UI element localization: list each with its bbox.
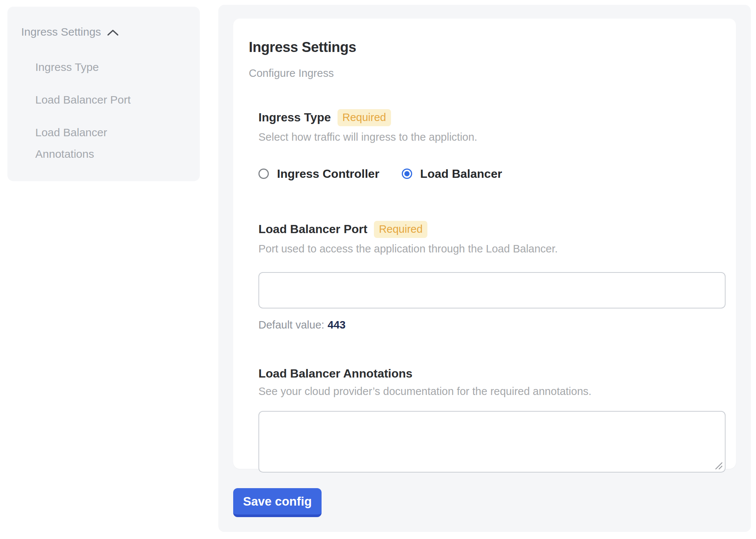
default-value-line: Default value:443 bbox=[258, 319, 725, 331]
radio-option-load-balancer[interactable]: Load Balancer bbox=[402, 167, 502, 181]
chevron-up-icon[interactable] bbox=[107, 29, 119, 37]
section-load-balancer-port: Load Balancer Port Required Port used to… bbox=[258, 221, 725, 331]
sidebar-header-label: Ingress Settings bbox=[21, 24, 101, 39]
load-balancer-annotations-textarea[interactable] bbox=[258, 411, 726, 473]
resize-handle-icon[interactable] bbox=[715, 462, 723, 470]
sidebar-item-load-balancer-port[interactable]: Load Balancer Port bbox=[35, 89, 151, 111]
section-load-balancer-annotations: Load Balancer Annotations See your cloud… bbox=[258, 367, 725, 473]
required-badge: Required bbox=[338, 109, 391, 126]
settings-nav-sidebar: Ingress Settings Ingress Type Load Balan… bbox=[7, 7, 200, 181]
sidebar-item-load-balancer-annotations[interactable]: Load Balancer Annotations bbox=[35, 122, 151, 165]
section-description: Port used to access the application thro… bbox=[258, 243, 725, 255]
sidebar-item-ingress-settings[interactable]: Ingress Settings bbox=[21, 24, 189, 39]
section-ingress-type: Ingress Type Required Select how traffic… bbox=[258, 109, 725, 181]
sidebar-item-ingress-type[interactable]: Ingress Type bbox=[35, 56, 151, 78]
section-description: See your cloud provider’s documentation … bbox=[258, 385, 725, 398]
radio-label: Load Balancer bbox=[420, 167, 502, 181]
radio-unselected-icon[interactable] bbox=[258, 169, 269, 179]
section-title-row: Ingress Type Required bbox=[258, 109, 725, 126]
section-title: Load Balancer Port bbox=[258, 222, 367, 236]
default-value: 443 bbox=[328, 319, 345, 331]
section-title-row: Load Balancer Port Required bbox=[258, 221, 725, 238]
ingress-type-radio-group: Ingress Controller Load Balancer bbox=[258, 167, 725, 181]
page-subtitle: Configure Ingress bbox=[249, 67, 725, 79]
section-title-row: Load Balancer Annotations bbox=[258, 367, 725, 380]
section-description: Select how traffic will ingress to the a… bbox=[258, 131, 725, 143]
section-title: Load Balancer Annotations bbox=[258, 367, 413, 380]
sidebar-subitems: Ingress Type Load Balancer Port Load Bal… bbox=[35, 56, 189, 165]
ingress-settings-card: Ingress Settings Configure Ingress Ingre… bbox=[233, 19, 736, 469]
default-value-label: Default value: bbox=[258, 319, 324, 331]
radio-label: Ingress Controller bbox=[277, 167, 379, 181]
radio-option-ingress-controller[interactable]: Ingress Controller bbox=[258, 167, 379, 181]
annotations-textarea-wrap bbox=[258, 411, 726, 473]
radio-selected-icon[interactable] bbox=[402, 169, 412, 179]
settings-panel: Ingress Settings Configure Ingress Ingre… bbox=[218, 5, 751, 532]
save-config-button[interactable]: Save config bbox=[233, 488, 322, 517]
load-balancer-port-input[interactable] bbox=[258, 272, 726, 308]
page-title: Ingress Settings bbox=[249, 39, 725, 55]
section-title: Ingress Type bbox=[258, 111, 331, 124]
required-badge: Required bbox=[374, 221, 427, 238]
